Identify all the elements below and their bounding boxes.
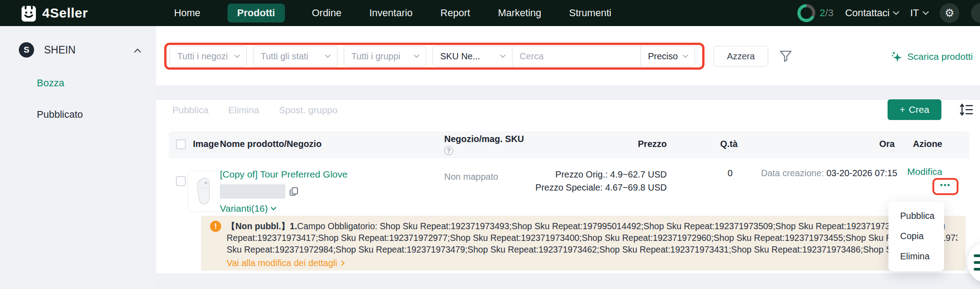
price-original: Prezzo Orig.: 4.9~62.7 USD bbox=[534, 168, 667, 181]
product-name-link[interactable]: [Copy of] Tour Preferred Glove bbox=[220, 169, 347, 179]
row-actions-menu: Pubblica Copia Elimina bbox=[888, 201, 944, 271]
glove-image bbox=[195, 177, 214, 206]
usage-counter: 2/3 bbox=[820, 7, 834, 19]
warning-icon: ! bbox=[210, 221, 221, 232]
price-special: Prezzo Speciale: 4.67~69.8 USD bbox=[534, 181, 667, 194]
header-image: Image bbox=[193, 139, 219, 149]
sidebar-item-bozza[interactable]: Bozza bbox=[37, 77, 156, 89]
language-menu[interactable]: IT bbox=[910, 7, 928, 19]
filter-row: Tutti i negozi Tutti gli stati Tutti i g… bbox=[170, 46, 695, 67]
settings-button[interactable]: ⚙ bbox=[940, 3, 959, 23]
warning-prefix: 【Non pubbl.】1. bbox=[227, 221, 297, 231]
nav-strumenti[interactable]: Strumenti bbox=[568, 4, 612, 22]
chevron-up-icon[interactable] bbox=[134, 48, 141, 55]
sidebar-item-pubblicato[interactable]: Pubblicato bbox=[37, 109, 156, 120]
sidebar-store-shein[interactable]: S SHEIN bbox=[19, 42, 140, 58]
download-products-link[interactable]: Scarica prodotti bbox=[890, 50, 973, 63]
bag-logo-icon bbox=[21, 4, 37, 22]
chevron-down-icon bbox=[923, 9, 929, 15]
chevron-down-icon bbox=[682, 52, 688, 58]
variants-toggle[interactable]: Varianti(16) bbox=[220, 203, 347, 214]
filter-funnel-icon[interactable] bbox=[779, 49, 792, 63]
gear-icon: ⚙ bbox=[945, 8, 954, 18]
group-filter-select[interactable]: Tutti i gruppi bbox=[344, 46, 426, 67]
nav-marketing[interactable]: Marketing bbox=[497, 4, 542, 22]
time-cell: Data creazione: 03-20-2026 07:15 bbox=[761, 168, 895, 178]
contact-menu[interactable]: Contattaci bbox=[845, 7, 898, 19]
warning-line-2: Repeat:192371973417;Shop Sku Repeat:1923… bbox=[227, 232, 958, 244]
chevron-down-icon bbox=[271, 205, 276, 210]
nav-home[interactable]: Home bbox=[173, 4, 201, 22]
bulk-delete-button[interactable]: Elimina bbox=[228, 105, 259, 116]
header-time: Ora bbox=[761, 139, 895, 149]
menu-item-copia[interactable]: Copia bbox=[888, 226, 944, 246]
brand-name: 4Seller bbox=[42, 5, 88, 21]
usage-progress-ring bbox=[797, 4, 815, 22]
header-name: Nome prodotto/Negozio bbox=[220, 139, 322, 149]
time-label: Data creazione: bbox=[761, 168, 827, 178]
header-shop-sku: Negozio/mag. SKU ? bbox=[444, 134, 524, 155]
app-window: 4Seller Home Prodotti Ordine Inventario … bbox=[0, 0, 980, 289]
more-actions-button[interactable]: ••• bbox=[932, 178, 958, 195]
bulk-move-group-button[interactable]: Spost. gruppo bbox=[279, 105, 337, 116]
header-price: Prezzo bbox=[534, 139, 667, 149]
warning-banner: ! 【Non pubbl.】1.Campo Obbligatorio: Shop… bbox=[201, 216, 966, 271]
bulk-publish-button[interactable]: Pubblica bbox=[172, 105, 209, 116]
chevron-down-icon bbox=[414, 52, 420, 58]
product-name-cell: [Copy of] Tour Preferred Glove Varianti(… bbox=[220, 169, 347, 214]
nav-inventario[interactable]: Inventario bbox=[368, 4, 414, 22]
header-action: Azione bbox=[887, 139, 942, 149]
sparkles-icon bbox=[890, 50, 903, 63]
sidebar: S SHEIN Bozza Pubblicato bbox=[0, 26, 156, 289]
top-navigation: Home Prodotti Ordine Inventario Report M… bbox=[173, 4, 612, 22]
search-input[interactable] bbox=[512, 51, 642, 62]
store-avatar: S bbox=[19, 42, 34, 58]
bulk-actions-bar: Pubblica Elimina Spost. gruppo bbox=[172, 100, 337, 120]
nav-report[interactable]: Report bbox=[440, 4, 471, 22]
menu-lines-icon bbox=[974, 254, 980, 271]
help-icon[interactable]: ? bbox=[444, 146, 453, 155]
sku-field-select[interactable]: SKU Ne... bbox=[433, 46, 512, 67]
nav-prodotti[interactable]: Prodotti bbox=[228, 4, 285, 22]
status-filter-select[interactable]: Tutti gli stati bbox=[253, 46, 337, 67]
column-settings-icon[interactable] bbox=[958, 102, 974, 117]
search-group: SKU Ne... Preciso bbox=[433, 46, 695, 67]
redacted-sku bbox=[220, 184, 285, 199]
store-name: SHEIN bbox=[44, 44, 135, 56]
nav-ordine[interactable]: Ordine bbox=[311, 4, 342, 22]
chevron-right-icon bbox=[339, 260, 345, 266]
chevron-down-icon bbox=[893, 9, 899, 15]
row-checkbox[interactable] bbox=[176, 176, 186, 186]
topbar: 4Seller Home Prodotti Ordine Inventario … bbox=[0, 0, 980, 26]
table-row: [Copy of] Tour Preferred Glove Varianti(… bbox=[169, 158, 969, 215]
search-field bbox=[512, 46, 640, 67]
chevron-down-icon bbox=[325, 52, 331, 58]
shop-filter-select[interactable]: Tutti i negozi bbox=[170, 46, 247, 67]
match-mode-select[interactable]: Preciso bbox=[640, 46, 695, 67]
menu-item-pubblica[interactable]: Pubblica bbox=[888, 206, 944, 226]
product-image bbox=[188, 171, 221, 212]
topbar-right: 2/3 Contattaci IT ⚙ bbox=[797, 0, 980, 26]
chevron-down-icon bbox=[234, 52, 240, 58]
chevron-down-icon bbox=[500, 52, 506, 58]
select-all-checkbox[interactable] bbox=[176, 139, 186, 149]
table-header: Image Nome prodotto/Negozio Negozio/mag.… bbox=[169, 131, 969, 158]
create-button[interactable]: + Crea bbox=[888, 99, 941, 120]
help-button-partial[interactable] bbox=[971, 3, 980, 23]
mapping-status: Non mappato bbox=[444, 172, 498, 182]
brand-logo[interactable]: 4Seller bbox=[21, 4, 88, 22]
copy-icon[interactable] bbox=[289, 187, 299, 196]
header-qty: Q.tà bbox=[720, 139, 738, 149]
clear-filters-button[interactable]: Azzera bbox=[713, 46, 768, 67]
warning-line-3: Sku Repeat:192371972984;Shop Sku Repeat:… bbox=[227, 244, 958, 255]
price-cell: Prezzo Orig.: 4.9~62.7 USD Prezzo Specia… bbox=[534, 168, 667, 194]
action-cell: Modifica bbox=[887, 166, 942, 177]
plus-icon: + bbox=[900, 104, 905, 115]
go-to-details-link[interactable]: Vai alla modifica dei dettagli bbox=[227, 258, 958, 268]
edit-link[interactable]: Modifica bbox=[907, 166, 942, 177]
qty-cell: 0 bbox=[720, 168, 740, 178]
menu-item-elimina[interactable]: Elimina bbox=[888, 246, 944, 267]
warning-line-1: ! 【Non pubbl.】1.Campo Obbligatorio: Shop… bbox=[210, 220, 958, 232]
sku-line bbox=[220, 184, 347, 199]
